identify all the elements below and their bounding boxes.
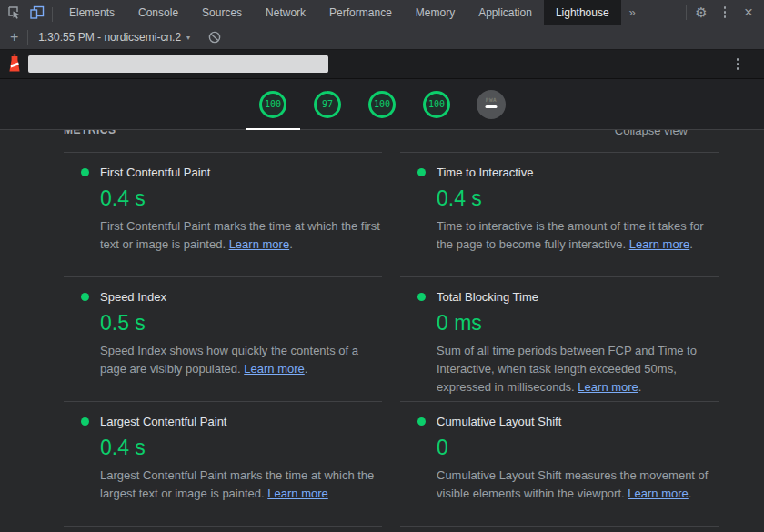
three-dots-glyph (737, 58, 739, 70)
pass-dot-icon (417, 417, 426, 426)
metric-description: Speed Index shows how quickly the conten… (100, 342, 382, 378)
metric-value: 0 (437, 436, 719, 460)
learn-more-link[interactable]: Learn more (578, 380, 638, 394)
metric-description: Sum of all time periods between FCP and … (437, 342, 719, 396)
metric-description: First Contentful Paint marks the time at… (100, 217, 382, 254)
new-report-button[interactable]: + (4, 29, 25, 45)
close-glyph: × (744, 5, 753, 20)
next-metric-card-clipped (64, 526, 382, 531)
tabbar-left-icons (0, 0, 57, 25)
metric-description-suffix: . (689, 237, 693, 251)
gauge-score-value: 100 (258, 90, 287, 119)
chevron-down-icon: ▾ (186, 34, 190, 42)
score-gauge-3[interactable]: 100 (367, 90, 397, 119)
metric-description: Largest Contentful Paint marks the time … (100, 467, 382, 503)
report-content: METRICS Collapse view First Contentful P… (0, 130, 764, 531)
tab-sources[interactable]: Sources (190, 0, 254, 25)
metric-card-largest-contentful-paint: Largest Contentful Paint 0.4 s Largest C… (64, 401, 382, 526)
metric-description-suffix: . (638, 380, 642, 394)
gauge-score-value: 100 (422, 90, 451, 119)
metric-value: 0.5 s (100, 311, 382, 336)
close-devtools-icon[interactable]: × (737, 1, 760, 25)
report-header-bar (0, 50, 764, 79)
toolbar-separator (52, 7, 53, 22)
metric-description-text: Speed Index shows how quickly the conten… (100, 344, 358, 376)
score-gauges-header: 100 97 100 100 PWA (0, 79, 764, 130)
learn-more-link[interactable]: Learn more (229, 237, 289, 251)
tab-network[interactable]: Network (254, 0, 317, 25)
metric-value: 0.4 s (437, 186, 719, 211)
score-gauge-1[interactable]: 100 (258, 90, 287, 119)
score-gauge-2[interactable]: 97 (313, 90, 342, 119)
learn-more-link[interactable]: Learn more (628, 487, 688, 500)
report-menu-icon[interactable] (726, 53, 749, 76)
clear-reports-icon[interactable] (203, 25, 226, 49)
metric-description-text: Sum of all time periods between FCP and … (437, 344, 697, 394)
toolbar-separator (27, 30, 28, 45)
metric-title: Speed Index (100, 290, 166, 304)
metric-description: Time to interactive is the amount of tim… (437, 217, 719, 254)
metrics-section-title: METRICS (64, 130, 116, 136)
metrics-grid: First Contentful Paint 0.4 s First Conte… (64, 152, 700, 531)
metric-card-first-contentful-paint: First Contentful Paint 0.4 s First Conte… (64, 152, 382, 276)
pass-dot-icon (81, 293, 89, 301)
metric-title: Time to Interactive (437, 166, 533, 179)
metric-value: 0.4 s (100, 436, 382, 460)
metric-description-suffix: . (689, 487, 692, 500)
metric-title: Total Blocking Time (437, 290, 538, 304)
collapse-view-button[interactable]: Collapse view (615, 130, 688, 137)
three-dots-glyph (724, 6, 727, 18)
inspect-element-icon[interactable] (2, 1, 25, 25)
metric-card-time-to-interactive: Time to Interactive 0.4 s Time to intera… (400, 152, 719, 276)
metric-description-suffix: . (289, 237, 293, 251)
metric-description: Cumulative Layout Shift measures the mov… (437, 467, 719, 503)
learn-more-link[interactable]: Learn more (244, 362, 304, 376)
pass-dot-icon (417, 168, 426, 176)
lighthouse-logo-icon (7, 54, 22, 75)
metrics-section-header: METRICS Collapse view (64, 130, 700, 139)
metric-value: 0 ms (437, 311, 719, 336)
metric-value: 0.4 s (100, 186, 382, 211)
gauge-score-value: 97 (313, 90, 342, 119)
pwa-dash-icon (486, 105, 498, 109)
devtools-menu-icon[interactable] (713, 1, 737, 25)
report-url-redacted-box (28, 55, 328, 73)
tabbar-right-icons: ⚙ × (683, 0, 764, 25)
tab-memory[interactable]: Memory (404, 0, 467, 25)
score-gauge-4[interactable]: 100 (422, 90, 451, 119)
learn-more-link[interactable]: Learn more (267, 487, 327, 500)
pass-dot-icon (417, 293, 426, 301)
lighthouse-runs-toolbar: + 1:30:55 PM - nordicsemi-cn.2 ▾ (0, 25, 764, 50)
device-toolbar-icon[interactable] (25, 1, 49, 25)
pwa-badge[interactable]: PWA (477, 90, 506, 119)
settings-gear-icon[interactable]: ⚙ (689, 1, 713, 25)
learn-more-link[interactable]: Learn more (629, 237, 689, 251)
gear-glyph: ⚙ (695, 5, 707, 19)
toolbar-separator (686, 5, 687, 20)
tab-performance[interactable]: Performance (317, 0, 404, 25)
metric-card-cumulative-layout-shift: Cumulative Layout Shift 0 Cumulative Lay… (400, 401, 719, 526)
tab-console[interactable]: Console (126, 0, 190, 25)
run-selector-label: 1:30:55 PM - nordicsemi-cn.2 (38, 31, 181, 44)
tab-elements[interactable]: Elements (57, 0, 126, 25)
metric-description-suffix: . (305, 362, 308, 376)
tab-lighthouse[interactable]: Lighthouse (544, 0, 621, 25)
tab-application[interactable]: Application (467, 0, 544, 25)
metric-title: Cumulative Layout Shift (437, 415, 561, 428)
more-tabs-icon[interactable]: » (621, 0, 644, 25)
metric-card-speed-index: Speed Index 0.5 s Speed Index shows how … (64, 276, 382, 401)
next-metric-card-clipped (400, 526, 719, 531)
metric-title: First Contentful Paint (100, 166, 210, 179)
metric-description-text: Largest Contentful Paint marks the time … (100, 468, 374, 500)
pass-dot-icon (81, 168, 89, 176)
pwa-badge-label: PWA (477, 96, 506, 103)
metric-title: Largest Contentful Paint (100, 415, 226, 428)
report-tools (726, 53, 757, 76)
selected-category-indicator (246, 128, 300, 130)
devtools-tabbar: Elements Console Sources Network Perform… (0, 0, 764, 25)
metric-card-total-blocking-time: Total Blocking Time 0 ms Sum of all time… (400, 276, 719, 401)
report-run-selector[interactable]: 1:30:55 PM - nordicsemi-cn.2 ▾ (31, 31, 197, 44)
pass-dot-icon (81, 417, 89, 426)
devtools-window: Elements Console Sources Network Perform… (0, 0, 764, 532)
gauge-score-value: 100 (367, 90, 397, 119)
